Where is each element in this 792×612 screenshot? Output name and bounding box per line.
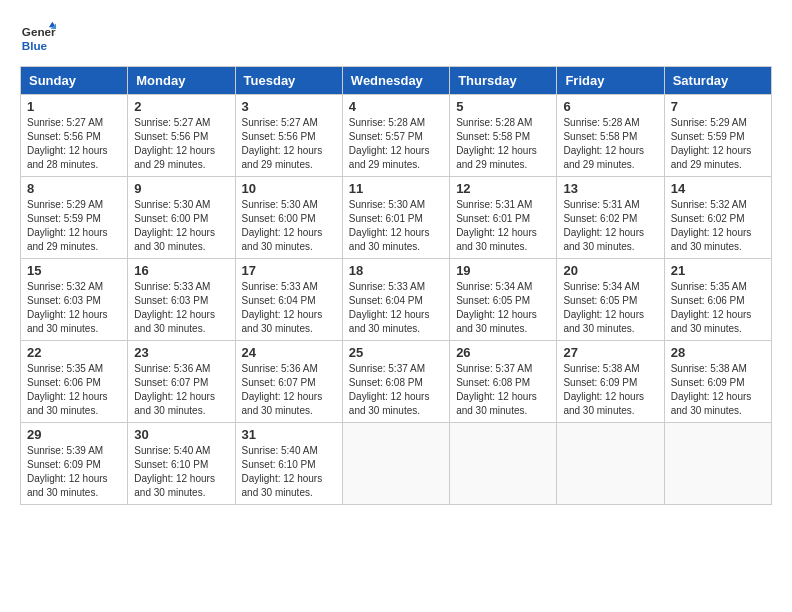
table-row: 23Sunrise: 5:36 AMSunset: 6:07 PMDayligh…: [128, 341, 235, 423]
table-row: 27Sunrise: 5:38 AMSunset: 6:09 PMDayligh…: [557, 341, 664, 423]
header-saturday: Saturday: [664, 67, 771, 95]
table-row: 14Sunrise: 5:32 AMSunset: 6:02 PMDayligh…: [664, 177, 771, 259]
table-row: 21Sunrise: 5:35 AMSunset: 6:06 PMDayligh…: [664, 259, 771, 341]
table-row: 15Sunrise: 5:32 AMSunset: 6:03 PMDayligh…: [21, 259, 128, 341]
header-monday: Monday: [128, 67, 235, 95]
table-row: 4Sunrise: 5:28 AMSunset: 5:57 PMDaylight…: [342, 95, 449, 177]
table-row: 26Sunrise: 5:37 AMSunset: 6:08 PMDayligh…: [450, 341, 557, 423]
header-wednesday: Wednesday: [342, 67, 449, 95]
table-row: 8Sunrise: 5:29 AMSunset: 5:59 PMDaylight…: [21, 177, 128, 259]
calendar-week-1: 1Sunrise: 5:27 AMSunset: 5:56 PMDaylight…: [21, 95, 772, 177]
header-sunday: Sunday: [21, 67, 128, 95]
logo-icon: General Blue: [20, 20, 56, 56]
table-row: 18Sunrise: 5:33 AMSunset: 6:04 PMDayligh…: [342, 259, 449, 341]
table-row: 1Sunrise: 5:27 AMSunset: 5:56 PMDaylight…: [21, 95, 128, 177]
table-row: 6Sunrise: 5:28 AMSunset: 5:58 PMDaylight…: [557, 95, 664, 177]
page-header: General Blue: [20, 20, 772, 56]
table-row: [557, 423, 664, 505]
table-row: 7Sunrise: 5:29 AMSunset: 5:59 PMDaylight…: [664, 95, 771, 177]
calendar-week-5: 29Sunrise: 5:39 AMSunset: 6:09 PMDayligh…: [21, 423, 772, 505]
table-row: 10Sunrise: 5:30 AMSunset: 6:00 PMDayligh…: [235, 177, 342, 259]
table-row: [450, 423, 557, 505]
table-row: 12Sunrise: 5:31 AMSunset: 6:01 PMDayligh…: [450, 177, 557, 259]
table-row: 3Sunrise: 5:27 AMSunset: 5:56 PMDaylight…: [235, 95, 342, 177]
calendar-body: 1Sunrise: 5:27 AMSunset: 5:56 PMDaylight…: [21, 95, 772, 505]
table-row: 20Sunrise: 5:34 AMSunset: 6:05 PMDayligh…: [557, 259, 664, 341]
table-row: 16Sunrise: 5:33 AMSunset: 6:03 PMDayligh…: [128, 259, 235, 341]
table-row: 25Sunrise: 5:37 AMSunset: 6:08 PMDayligh…: [342, 341, 449, 423]
header-thursday: Thursday: [450, 67, 557, 95]
table-row: 2Sunrise: 5:27 AMSunset: 5:56 PMDaylight…: [128, 95, 235, 177]
table-row: 19Sunrise: 5:34 AMSunset: 6:05 PMDayligh…: [450, 259, 557, 341]
table-row: [342, 423, 449, 505]
table-row: 22Sunrise: 5:35 AMSunset: 6:06 PMDayligh…: [21, 341, 128, 423]
calendar-table: SundayMondayTuesdayWednesdayThursdayFrid…: [20, 66, 772, 505]
table-row: 5Sunrise: 5:28 AMSunset: 5:58 PMDaylight…: [450, 95, 557, 177]
table-row: 28Sunrise: 5:38 AMSunset: 6:09 PMDayligh…: [664, 341, 771, 423]
svg-text:Blue: Blue: [22, 39, 48, 52]
calendar-week-2: 8Sunrise: 5:29 AMSunset: 5:59 PMDaylight…: [21, 177, 772, 259]
table-row: 31Sunrise: 5:40 AMSunset: 6:10 PMDayligh…: [235, 423, 342, 505]
table-row: 9Sunrise: 5:30 AMSunset: 6:00 PMDaylight…: [128, 177, 235, 259]
calendar-header-row: SundayMondayTuesdayWednesdayThursdayFrid…: [21, 67, 772, 95]
table-row: 13Sunrise: 5:31 AMSunset: 6:02 PMDayligh…: [557, 177, 664, 259]
table-row: 24Sunrise: 5:36 AMSunset: 6:07 PMDayligh…: [235, 341, 342, 423]
logo: General Blue: [20, 20, 56, 56]
table-row: [664, 423, 771, 505]
calendar-week-4: 22Sunrise: 5:35 AMSunset: 6:06 PMDayligh…: [21, 341, 772, 423]
table-row: 11Sunrise: 5:30 AMSunset: 6:01 PMDayligh…: [342, 177, 449, 259]
table-row: 17Sunrise: 5:33 AMSunset: 6:04 PMDayligh…: [235, 259, 342, 341]
header-tuesday: Tuesday: [235, 67, 342, 95]
table-row: 30Sunrise: 5:40 AMSunset: 6:10 PMDayligh…: [128, 423, 235, 505]
header-friday: Friday: [557, 67, 664, 95]
table-row: 29Sunrise: 5:39 AMSunset: 6:09 PMDayligh…: [21, 423, 128, 505]
calendar-week-3: 15Sunrise: 5:32 AMSunset: 6:03 PMDayligh…: [21, 259, 772, 341]
